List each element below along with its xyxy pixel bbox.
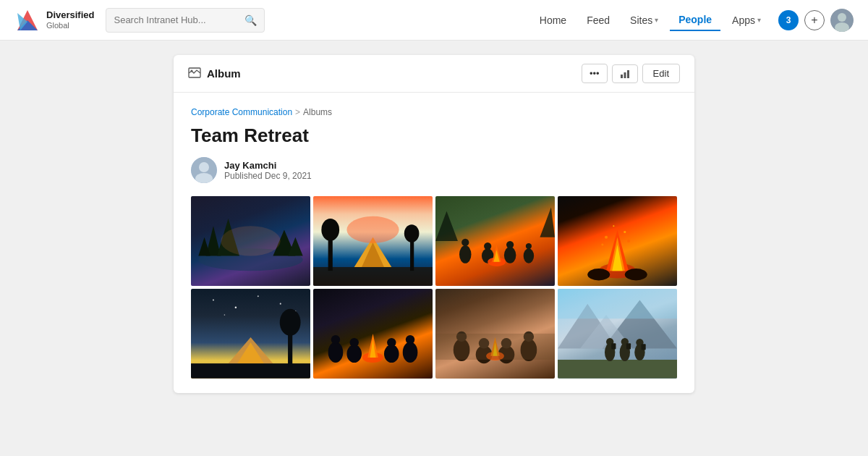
photo-4[interactable] bbox=[558, 196, 677, 286]
svg-rect-101 bbox=[642, 344, 646, 350]
photo-3[interactable] bbox=[435, 196, 555, 286]
author-name: Jay Kamchi bbox=[224, 160, 312, 171]
svg-point-49 bbox=[613, 225, 614, 227]
nav-people[interactable]: People bbox=[670, 9, 720, 31]
photo-8[interactable] bbox=[558, 289, 677, 379]
svg-point-56 bbox=[258, 295, 259, 297]
svg-point-29 bbox=[404, 224, 420, 242]
add-button[interactable]: + bbox=[804, 10, 825, 30]
svg-point-57 bbox=[280, 303, 281, 304]
svg-marker-41 bbox=[435, 211, 458, 241]
svg-point-71 bbox=[403, 342, 418, 363]
svg-point-52 bbox=[587, 269, 610, 281]
svg-point-72 bbox=[406, 335, 414, 344]
svg-point-54 bbox=[213, 299, 214, 300]
svg-point-31 bbox=[461, 239, 469, 246]
logo-icon bbox=[14, 7, 41, 33]
edit-button[interactable]: Edit bbox=[642, 64, 680, 83]
logo-text: Diversified Global bbox=[46, 9, 94, 30]
nav-sites[interactable]: Sites ▾ bbox=[621, 10, 667, 30]
main-content: Album ••• Edit Corporate Communication > bbox=[0, 41, 868, 456]
svg-point-55 bbox=[235, 306, 237, 308]
brand-sub: Global bbox=[46, 21, 94, 30]
nav-feed[interactable]: Feed bbox=[578, 10, 618, 30]
nav-apps[interactable]: Apps ▾ bbox=[723, 10, 770, 30]
header: Diversified Global 🔍 Home Feed Sites ▾ P… bbox=[0, 0, 868, 41]
photo-7[interactable] bbox=[435, 289, 555, 379]
card-title-area: Album bbox=[188, 66, 241, 82]
logo[interactable]: Diversified Global bbox=[14, 7, 94, 33]
svg-point-53 bbox=[625, 269, 647, 281]
svg-rect-8 bbox=[621, 75, 623, 78]
search-input[interactable] bbox=[114, 14, 240, 25]
svg-point-48 bbox=[624, 231, 626, 233]
svg-rect-92 bbox=[558, 360, 677, 379]
card-body: Corporate Communication > Albums Team Re… bbox=[174, 93, 694, 393]
notification-badge[interactable]: 3 bbox=[778, 10, 799, 30]
main-nav: Home Feed Sites ▾ People Apps ▾ bbox=[531, 9, 770, 31]
svg-point-36 bbox=[524, 248, 534, 263]
breadcrumb-parent[interactable]: Corporate Communication bbox=[191, 107, 292, 117]
chart-icon bbox=[620, 69, 630, 79]
photo-6[interactable] bbox=[313, 289, 433, 379]
avatar-image bbox=[830, 9, 854, 32]
svg-point-70 bbox=[387, 338, 396, 347]
svg-point-4 bbox=[838, 13, 846, 22]
card-action-buttons: ••• Edit bbox=[582, 64, 680, 83]
photo-grid bbox=[191, 196, 677, 379]
svg-point-21 bbox=[221, 226, 281, 256]
search-bar[interactable]: 🔍 bbox=[106, 8, 265, 33]
author-info: Jay Kamchi Published Dec 9, 2021 bbox=[224, 160, 312, 181]
photo-1[interactable] bbox=[191, 196, 310, 286]
breadcrumb-separator: > bbox=[295, 107, 300, 117]
photo-2[interactable] bbox=[313, 196, 433, 286]
nav-home[interactable]: Home bbox=[531, 10, 575, 30]
svg-rect-10 bbox=[627, 70, 629, 78]
chevron-down-icon: ▾ bbox=[655, 16, 658, 24]
card-title: Album bbox=[207, 67, 241, 80]
svg-point-33 bbox=[484, 242, 491, 250]
svg-point-66 bbox=[331, 335, 340, 344]
publish-date: Published Dec 9, 2021 bbox=[224, 171, 312, 181]
svg-point-65 bbox=[328, 342, 344, 363]
svg-point-30 bbox=[459, 245, 472, 263]
album-icon bbox=[188, 66, 201, 82]
svg-point-64 bbox=[280, 309, 301, 336]
search-icon: 🔍 bbox=[244, 14, 257, 26]
svg-marker-42 bbox=[540, 207, 555, 237]
chart-button[interactable] bbox=[612, 64, 638, 83]
svg-point-37 bbox=[526, 243, 532, 249]
header-actions: 3 + bbox=[778, 9, 854, 32]
svg-rect-91 bbox=[558, 289, 677, 318]
svg-point-67 bbox=[346, 345, 362, 363]
svg-point-47 bbox=[605, 236, 608, 239]
author-area: Jay Kamchi Published Dec 9, 2021 bbox=[191, 157, 677, 183]
album-card: Album ••• Edit Corporate Communication > bbox=[174, 55, 694, 393]
breadcrumb: Corporate Communication > Albums bbox=[191, 107, 677, 117]
svg-point-24 bbox=[346, 216, 399, 243]
photo-5[interactable] bbox=[191, 289, 310, 379]
brand-name: Diversified bbox=[46, 9, 94, 21]
svg-point-34 bbox=[504, 247, 516, 263]
svg-rect-98 bbox=[626, 343, 631, 349]
svg-point-7 bbox=[191, 69, 193, 72]
card-header: Album ••• Edit bbox=[174, 55, 694, 93]
svg-point-69 bbox=[384, 345, 399, 363]
svg-rect-9 bbox=[624, 72, 626, 78]
more-options-button[interactable]: ••• bbox=[582, 64, 608, 83]
svg-rect-95 bbox=[611, 343, 616, 349]
author-avatar bbox=[191, 157, 217, 183]
chevron-down-icon: ▾ bbox=[757, 16, 761, 24]
user-avatar[interactable] bbox=[830, 9, 854, 32]
svg-point-35 bbox=[506, 241, 514, 248]
svg-point-51 bbox=[601, 243, 603, 245]
page-title: Team Retreat bbox=[191, 124, 677, 147]
svg-rect-87 bbox=[435, 334, 555, 360]
svg-point-58 bbox=[224, 314, 226, 316]
svg-point-12 bbox=[199, 162, 209, 172]
svg-point-27 bbox=[321, 219, 339, 241]
svg-point-50 bbox=[627, 240, 630, 242]
svg-point-68 bbox=[350, 338, 359, 347]
breadcrumb-current: Albums bbox=[303, 107, 332, 117]
